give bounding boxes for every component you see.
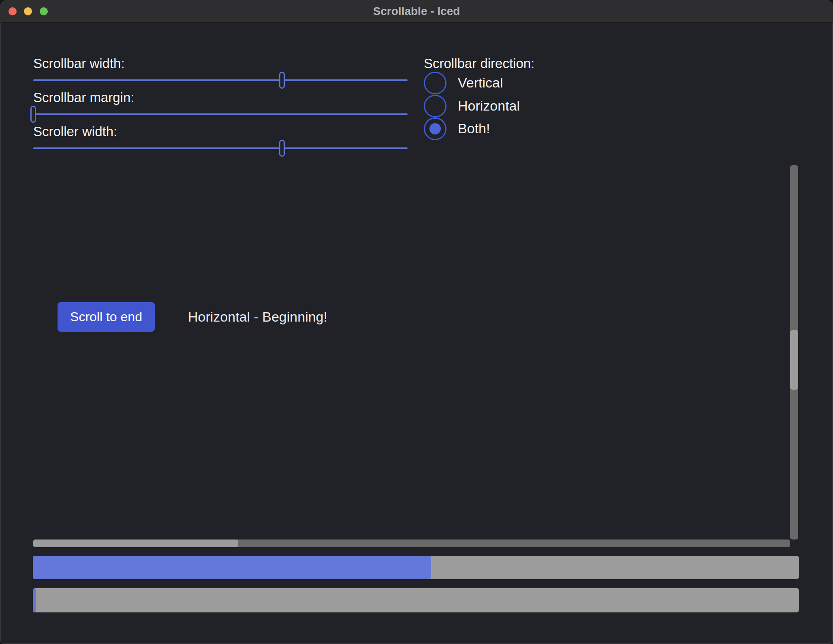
titlebar: Scrollable - Iced bbox=[0, 0, 833, 23]
slider-handle[interactable] bbox=[279, 140, 285, 157]
radio-circle-icon[interactable] bbox=[424, 95, 446, 117]
scrollbar-width-slider[interactable] bbox=[33, 79, 408, 81]
radio-circle-icon[interactable] bbox=[424, 72, 446, 94]
scrollbar-width-label: Scrollbar width: bbox=[33, 56, 125, 71]
radio-vertical[interactable]: Vertical bbox=[424, 71, 503, 94]
vertical-scrollbar-track[interactable] bbox=[790, 165, 798, 540]
scrollbar-margin-label: Scrollbar margin: bbox=[33, 90, 134, 105]
vertical-scrollbar-thumb[interactable] bbox=[790, 330, 798, 390]
vertical-progress-fill bbox=[33, 556, 431, 579]
horizontal-scroll-status-text: Horizontal - Beginning! bbox=[188, 309, 327, 325]
scrollbar-direction-label: Scrollbar direction: bbox=[424, 56, 534, 71]
scroller-width-label: Scroller width: bbox=[33, 124, 117, 139]
radio-circle-icon[interactable] bbox=[424, 117, 446, 140]
radio-both[interactable]: Both! bbox=[424, 117, 490, 140]
horizontal-progress-bar bbox=[33, 588, 799, 612]
horizontal-scrollbar-track[interactable] bbox=[33, 540, 790, 547]
slider-handle[interactable] bbox=[30, 106, 36, 123]
radio-horizontal-label: Horizontal bbox=[458, 98, 520, 114]
slider-rail bbox=[33, 113, 408, 115]
slider-rail bbox=[33, 147, 408, 149]
scrollbar-margin-slider[interactable] bbox=[33, 113, 408, 115]
app-window: Scrollable - Iced Scrollbar width: Scrol… bbox=[0, 0, 833, 644]
radio-vertical-label: Vertical bbox=[458, 75, 503, 91]
window-title: Scrollable - Iced bbox=[0, 0, 833, 23]
slider-rail bbox=[33, 79, 408, 81]
radio-both-label: Both! bbox=[458, 121, 490, 136]
radio-horizontal[interactable]: Horizontal bbox=[424, 94, 520, 117]
scroll-to-end-button[interactable]: Scroll to end bbox=[58, 302, 155, 332]
scroller-width-slider[interactable] bbox=[33, 147, 408, 149]
slider-handle[interactable] bbox=[279, 72, 285, 89]
horizontal-scrollbar-thumb[interactable] bbox=[33, 540, 238, 547]
vertical-progress-bar bbox=[33, 556, 799, 579]
horizontal-progress-fill bbox=[33, 588, 36, 612]
